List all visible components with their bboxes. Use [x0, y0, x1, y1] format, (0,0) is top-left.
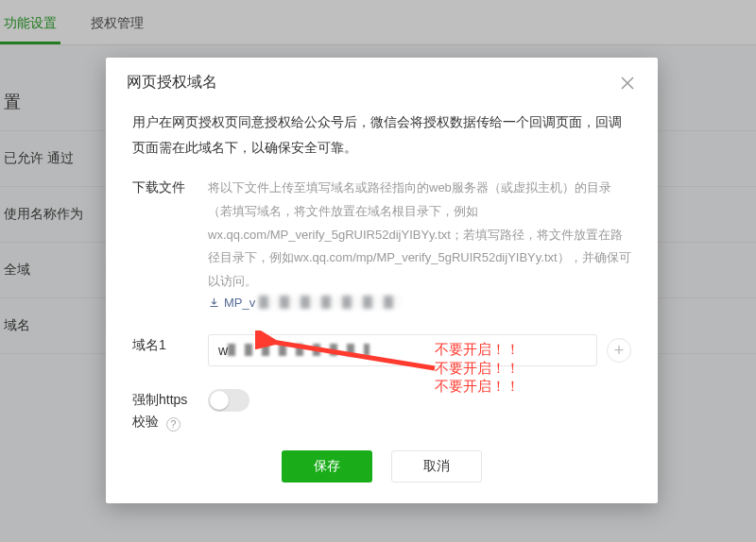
force-https-toggle[interactable]: [208, 389, 249, 412]
close-button[interactable]: [618, 74, 637, 93]
label-line: 强制https: [132, 392, 187, 407]
download-link[interactable]: MP_v: [208, 296, 401, 310]
download-link-text: MP_v: [224, 296, 255, 310]
domain-input[interactable]: w: [208, 334, 597, 366]
field-label: 下载文件: [132, 177, 208, 199]
close-icon: [618, 74, 637, 93]
modal-web-auth-domain: 网页授权域名 用户在网页授权页同意授权给公众号后，微信会将授权数据传给一个回调页…: [106, 58, 658, 503]
modal-footer: 保存 取消: [106, 450, 658, 503]
field-download-file: 下载文件 将以下文件上传至填写域名或路径指向的web服务器（或虚拟主机）的目录（…: [132, 177, 631, 311]
save-button[interactable]: 保存: [282, 450, 372, 483]
download-icon: [208, 296, 220, 309]
modal-header: 网页授权域名: [106, 58, 658, 106]
help-icon[interactable]: ?: [166, 417, 180, 432]
modal-body: 用户在网页授权页同意授权给公众号后，微信会将授权数据传给一个回调页面，回调页面需…: [106, 106, 658, 450]
cancel-button[interactable]: 取消: [391, 450, 482, 483]
download-hint: 将以下文件上传至填写域名或路径指向的web服务器（或虚拟主机）的目录（若填写域名…: [208, 177, 631, 293]
domain-input-value: w: [218, 343, 228, 358]
intro-text: 用户在网页授权页同意授权给公众号后，微信会将授权数据传给一个回调页面，回调页面需…: [132, 110, 631, 160]
field-domain-1: 域名1 w +: [132, 334, 631, 366]
add-icon: +: [614, 342, 625, 359]
label-line: 校验: [132, 414, 159, 429]
field-label: 域名1: [132, 334, 208, 357]
redacted: [259, 296, 401, 309]
toggle-knob: [210, 391, 229, 410]
redacted: [228, 344, 369, 356]
field-force-https: 强制https 校验 ?: [132, 389, 631, 434]
field-label: 强制https 校验 ?: [132, 389, 208, 434]
add-domain-button[interactable]: +: [607, 338, 631, 363]
modal-title: 网页授权域名: [127, 73, 217, 93]
